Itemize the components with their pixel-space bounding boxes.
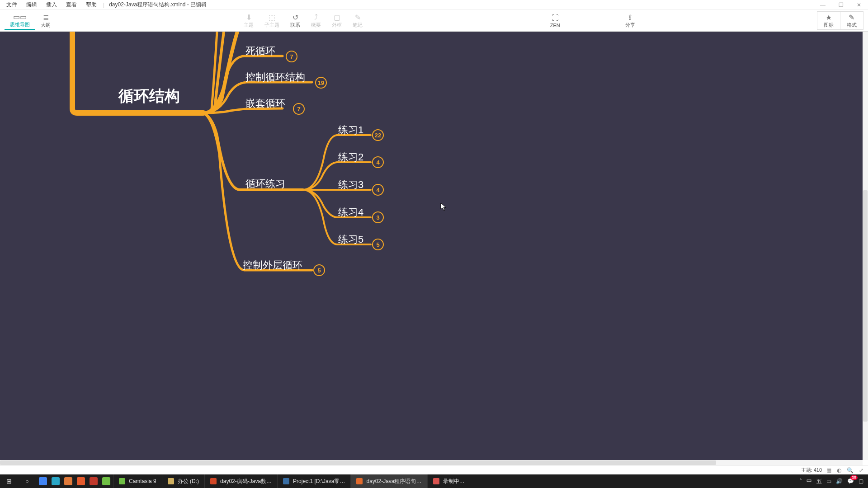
intellij-icon xyxy=(283,478,289,484)
taskbar-pinned xyxy=(36,477,113,485)
badge-dead-loop[interactable]: 7 xyxy=(286,51,297,62)
status-fit-icon[interactable]: ⤢ xyxy=(858,467,864,474)
tray-chevron-icon[interactable]: ˄ xyxy=(799,478,802,484)
status-map-icon[interactable]: ▦ xyxy=(826,467,832,474)
node-practice-4[interactable]: 练习4 xyxy=(338,206,363,219)
firefox-icon[interactable] xyxy=(77,477,85,485)
menubar-divider: | xyxy=(101,2,106,8)
toolbar-boundary[interactable]: ▢ 外框 xyxy=(326,12,347,29)
badge-nested-loop[interactable]: 7 xyxy=(293,103,305,115)
note-icon: ✎ xyxy=(355,13,361,22)
status-dark-icon[interactable]: ◐ xyxy=(836,467,842,474)
badge-practice-1[interactable]: 22 xyxy=(372,129,384,141)
taskbar: ⊞ ○ Camtasia 9 办公 (D:) day02-疯码-Java数… P… xyxy=(0,474,868,488)
boundary-icon: ▢ xyxy=(334,13,340,22)
node-outer-loop-control[interactable]: 控制外层循环 xyxy=(243,258,302,272)
outline-icon: ≣ xyxy=(43,13,49,22)
relation-icon: ↺ xyxy=(292,13,298,22)
menu-file[interactable]: 文件 xyxy=(2,0,22,9)
recorder-icon xyxy=(433,478,439,484)
tray-ime-1[interactable]: 中 xyxy=(807,478,812,485)
maximize-button[interactable]: ❐ xyxy=(832,0,850,10)
share-icon: ⇪ xyxy=(627,13,633,22)
taskbar-app-recorder[interactable]: 录制中… xyxy=(427,474,470,488)
node-root[interactable]: 循环结构 xyxy=(118,86,180,107)
close-button[interactable]: ✕ xyxy=(850,0,868,10)
menu-help[interactable]: 帮助 xyxy=(81,0,101,9)
app-icon-5[interactable] xyxy=(90,477,98,485)
taskbar-app-xmind[interactable]: day02-Java程序语句… xyxy=(350,474,427,488)
topic-icon: ⬇ xyxy=(246,13,252,22)
folder-icon xyxy=(168,478,174,484)
taskbar-app-explorer[interactable]: 办公 (D:) xyxy=(162,474,204,488)
app-icon-2[interactable] xyxy=(52,477,60,485)
toolbar-format-panel[interactable]: ✎ 格式 xyxy=(840,11,863,30)
subtopic-icon: ⬚ xyxy=(269,13,275,22)
node-practice-2[interactable]: 练习2 xyxy=(338,150,363,164)
system-tray: ˄ 中 五 ▭ 🔊 💬35 ▢ xyxy=(795,478,868,485)
v-scroll-thumb[interactable] xyxy=(863,190,868,422)
node-practice-1[interactable]: 练习1 xyxy=(338,123,363,137)
canvas-area: 循环结构 死循环 7 控制循环结构 19 嵌套循环 7 循环练习 练习1 22 … xyxy=(0,32,868,465)
status-zoom-icon[interactable]: 🔍 xyxy=(846,467,854,474)
chrome-icon[interactable] xyxy=(39,477,47,485)
badge-practice-2[interactable]: 4 xyxy=(372,156,384,168)
badge-practice-3[interactable]: 4 xyxy=(372,184,384,196)
file-title: day02-Java程序语句结构.xmind - 已编辑 xyxy=(106,0,209,9)
badge-practice-4[interactable]: 3 xyxy=(372,211,384,223)
app-icon-6[interactable] xyxy=(102,477,110,485)
summary-icon: ⤴ xyxy=(314,13,318,22)
toolbar-share[interactable]: ⇪ 分享 xyxy=(620,12,641,29)
toolbar-mindmap-view[interactable]: ▭▭ 思维导图 xyxy=(5,11,35,30)
tray-notifications[interactable]: 💬35 xyxy=(847,478,854,484)
mindmap-canvas[interactable]: 循环结构 死循环 7 控制循环结构 19 嵌套循环 7 循环练习 练习1 22 … xyxy=(0,32,863,460)
tray-ime-2[interactable]: 五 xyxy=(816,478,822,485)
node-practice-5[interactable]: 练习5 xyxy=(338,233,363,246)
xmind-icon xyxy=(356,478,363,484)
menu-insert[interactable]: 插入 xyxy=(42,0,61,9)
toolbar-outline-view[interactable]: ≣ 大纲 xyxy=(35,12,56,29)
taskbar-app-intellij[interactable]: Project1 [D:\Java零… xyxy=(277,474,350,488)
toolbar-relation[interactable]: ↺ 联系 xyxy=(285,12,306,29)
taskbar-app-camtasia[interactable]: Camtasia 9 xyxy=(113,474,162,488)
node-practice-3[interactable]: 练习3 xyxy=(338,178,363,192)
window-controls: — ❐ ✕ xyxy=(814,0,868,10)
toolbar: ▭▭ 思维导图 ≣ 大纲 ⬇ 主题 ⬚ 子主题 ↺ 联系 ⤴ 概要 ▢ 外框 xyxy=(0,10,868,32)
node-control-loop[interactable]: 控制循环结构 xyxy=(245,70,305,84)
toolbar-subtopic[interactable]: ⬚ 子主题 xyxy=(259,12,285,29)
taskbar-search[interactable]: ○ xyxy=(18,478,36,484)
minimize-button[interactable]: — xyxy=(814,0,832,10)
app-icon-3[interactable] xyxy=(64,477,72,485)
zen-icon: ⛶ xyxy=(552,14,559,23)
node-nested-loop[interactable]: 嵌套循环 xyxy=(245,97,285,110)
vertical-scrollbar[interactable] xyxy=(863,32,868,460)
status-topic-count: 主题: 410 xyxy=(801,467,822,474)
menu-view[interactable]: 查看 xyxy=(61,0,81,9)
star-icon: ★ xyxy=(826,13,832,22)
taskbar-app-powerpoint[interactable]: day02-疯码-Java数… xyxy=(204,474,277,488)
tray-battery-icon[interactable]: ▭ xyxy=(826,478,831,484)
camtasia-icon xyxy=(119,478,125,484)
menubar: 文件 编辑 插入 查看 帮助 | day02-Java程序语句结构.xmind … xyxy=(0,0,868,10)
powerpoint-icon xyxy=(210,478,217,484)
toolbar-topic[interactable]: ⬇ 主题 xyxy=(238,12,259,29)
start-button[interactable]: ⊞ xyxy=(0,478,18,485)
menu-edit[interactable]: 编辑 xyxy=(22,0,42,9)
toolbar-icons-panel[interactable]: ★ 图标 xyxy=(817,11,840,30)
pen-icon: ✎ xyxy=(849,13,854,22)
node-dead-loop[interactable]: 死循环 xyxy=(245,44,275,58)
statusbar: 主题: 410 ▦ ◐ 🔍 ⤢ xyxy=(0,465,868,474)
toolbar-note[interactable]: ✎ 笔记 xyxy=(347,12,368,29)
horizontal-scrollbar[interactable] xyxy=(0,460,863,465)
mindmap-icon: ▭▭ xyxy=(13,12,27,21)
tray-volume-icon[interactable]: 🔊 xyxy=(836,478,843,484)
node-loop-practice[interactable]: 循环练习 xyxy=(245,177,285,191)
badge-control-loop[interactable]: 19 xyxy=(315,77,327,89)
badge-outer-loop-control[interactable]: 5 xyxy=(313,264,325,276)
tray-action-center-icon[interactable]: ▢ xyxy=(859,478,863,484)
h-scroll-thumb[interactable] xyxy=(0,460,716,465)
badge-practice-5[interactable]: 5 xyxy=(372,239,384,250)
toolbar-summary[interactable]: ⤴ 概要 xyxy=(306,12,326,29)
toolbar-zen[interactable]: ⛶ ZEN xyxy=(545,13,566,29)
